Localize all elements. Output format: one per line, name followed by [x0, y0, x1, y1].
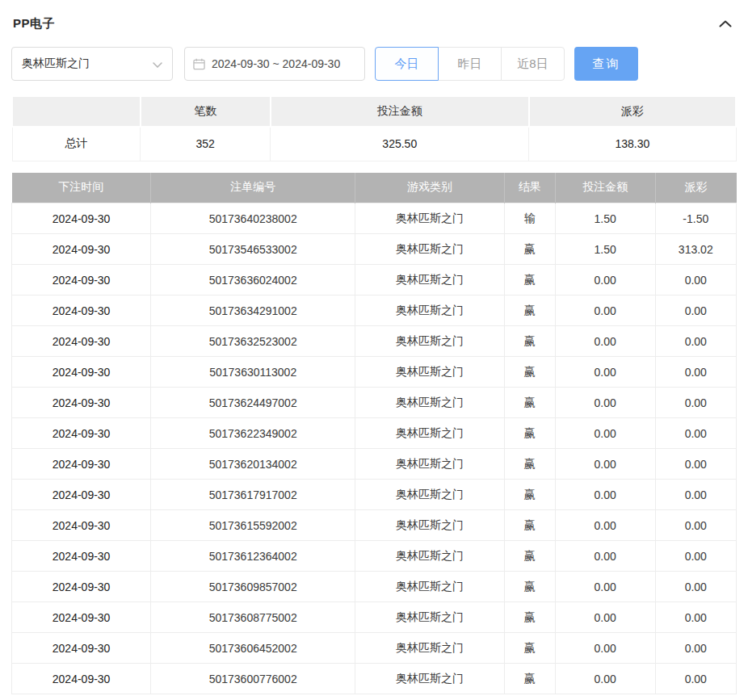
chevron-up-icon — [719, 16, 732, 31]
game-category-cell: 奥林匹斯之门 — [355, 357, 505, 388]
calendar-icon — [193, 58, 205, 70]
search-button[interactable]: 查询 — [574, 47, 638, 81]
summary-total-label: 总计 — [12, 127, 141, 161]
order-id-cell: 50173606452002 — [151, 633, 355, 664]
summary-header-bet-amount: 投注金额 — [271, 96, 529, 127]
result-cell: 赢 — [504, 234, 555, 265]
payout-cell: 0.00 — [655, 633, 736, 664]
table-row: 2024-09-3050173620134002奥林匹斯之门赢0.000.00 — [12, 449, 737, 480]
bet-time-cell: 2024-09-30 — [12, 480, 151, 510]
result-cell: 赢 — [504, 541, 555, 572]
result-cell: 赢 — [504, 664, 555, 694]
table-row: 2024-09-3050173546533002奥林匹斯之门赢1.50313.0… — [12, 234, 737, 265]
table-row: 2024-09-3050173630113002奥林匹斯之门赢0.000.00 — [12, 357, 737, 388]
quick-btn-yesterday[interactable]: 昨日 — [438, 47, 502, 81]
summary-total-row: 总计 352 325.50 138.30 — [12, 127, 736, 161]
date-range-input[interactable]: 2024-09-30 ~ 2024-09-30 — [184, 47, 365, 81]
table-row: 2024-09-3050173609857002奥林匹斯之门赢0.000.00 — [12, 572, 737, 602]
bet-amount-cell: 0.00 — [555, 326, 655, 357]
date-range-value: 2024-09-30 ~ 2024-09-30 — [212, 57, 340, 70]
game-select-value: 奥林匹斯之门 — [22, 57, 90, 71]
quick-range-group: 今日 昨日 近8日 — [375, 47, 565, 81]
summary-header-count: 笔数 — [141, 96, 271, 127]
table-row: 2024-09-3050173622349002奥林匹斯之门赢0.000.00 — [12, 418, 737, 449]
game-category-cell: 奥林匹斯之门 — [355, 388, 505, 418]
summary-total-count: 352 — [141, 127, 271, 161]
game-category-cell: 奥林匹斯之门 — [355, 602, 505, 633]
order-id-cell: 50173636024002 — [151, 265, 355, 296]
table-row: 2024-09-3050173632523002奥林匹斯之门赢0.000.00 — [12, 326, 737, 357]
table-row: 2024-09-3050173624497002奥林匹斯之门赢0.000.00 — [12, 388, 737, 418]
payout-cell: -1.50 — [655, 203, 736, 234]
payout-cell: 0.00 — [655, 541, 736, 572]
bet-time-cell: 2024-09-30 — [12, 203, 151, 234]
table-row: 2024-09-3050173608775002奥林匹斯之门赢0.000.00 — [12, 602, 737, 633]
order-id-cell: 50173612364002 — [151, 541, 355, 572]
order-id-cell: 50173608775002 — [151, 602, 355, 633]
bet-amount-cell: 0.00 — [555, 510, 655, 541]
bet-time-cell: 2024-09-30 — [12, 265, 151, 296]
bet-time-cell: 2024-09-30 — [12, 418, 151, 449]
column-header: 结果 — [504, 173, 555, 203]
bet-time-cell: 2024-09-30 — [12, 572, 151, 602]
summary-total-payout: 138.30 — [529, 127, 736, 161]
column-header: 下注时间 — [12, 173, 151, 203]
payout-cell: 0.00 — [655, 326, 736, 357]
bet-time-cell: 2024-09-30 — [12, 234, 151, 265]
payout-cell: 0.00 — [655, 664, 736, 694]
result-cell: 赢 — [504, 449, 555, 480]
bet-amount-cell: 0.00 — [555, 265, 655, 296]
records-header-row: 下注时间注单编号游戏类别结果投注金额派彩 — [12, 173, 737, 203]
bet-time-cell: 2024-09-30 — [12, 296, 151, 326]
table-row: 2024-09-3050173612364002奥林匹斯之门赢0.000.00 — [12, 541, 737, 572]
collapse-button[interactable] — [716, 13, 735, 34]
bet-amount-cell: 0.00 — [555, 541, 655, 572]
bet-amount-cell: 0.00 — [555, 602, 655, 633]
summary-header-blank — [12, 96, 141, 127]
table-row: 2024-09-3050173640238002奥林匹斯之门输1.50-1.50 — [12, 203, 737, 234]
quick-btn-today[interactable]: 今日 — [375, 47, 439, 81]
bet-time-cell: 2024-09-30 — [12, 602, 151, 633]
payout-cell: 0.00 — [655, 480, 736, 510]
payout-cell: 0.00 — [655, 388, 736, 418]
summary-header-payout: 派彩 — [529, 96, 736, 127]
result-cell: 赢 — [504, 418, 555, 449]
table-row: 2024-09-3050173600776002奥林匹斯之门赢0.000.00 — [12, 664, 737, 694]
bet-amount-cell: 0.00 — [555, 480, 655, 510]
bet-time-cell: 2024-09-30 — [12, 510, 151, 541]
order-id-cell: 50173622349002 — [151, 418, 355, 449]
result-cell: 赢 — [504, 572, 555, 602]
payout-cell: 0.00 — [655, 602, 736, 633]
result-cell: 赢 — [504, 602, 555, 633]
result-cell: 赢 — [504, 510, 555, 541]
records-body: 2024-09-3050173640238002奥林匹斯之门输1.50-1.50… — [12, 203, 737, 694]
bet-amount-cell: 0.00 — [555, 633, 655, 664]
payout-cell: 0.00 — [655, 418, 736, 449]
column-header: 投注金额 — [555, 173, 655, 203]
page-title: PP电子 — [13, 16, 55, 31]
table-row: 2024-09-3050173615592002奥林匹斯之门赢0.000.00 — [12, 510, 737, 541]
table-row: 2024-09-3050173636024002奥林匹斯之门赢0.000.00 — [12, 265, 737, 296]
order-id-cell: 50173615592002 — [151, 510, 355, 541]
summary-table: 笔数 投注金额 派彩 总计 352 325.50 138.30 — [11, 95, 737, 161]
order-id-cell: 50173640238002 — [151, 203, 355, 234]
bet-amount-cell: 0.00 — [555, 388, 655, 418]
order-id-cell: 50173546533002 — [151, 234, 355, 265]
result-cell: 赢 — [504, 388, 555, 418]
table-row: 2024-09-3050173606452002奥林匹斯之门赢0.000.00 — [12, 633, 737, 664]
filter-bar: 奥林匹斯之门 2024-09-30 ~ 2024-09-30 今日 昨日 近8日… — [11, 47, 737, 81]
game-category-cell: 奥林匹斯之门 — [355, 510, 505, 541]
game-category-cell: 奥林匹斯之门 — [355, 480, 505, 510]
payout-cell: 0.00 — [655, 449, 736, 480]
order-id-cell: 50173632523002 — [151, 326, 355, 357]
table-row: 2024-09-3050173634291002奥林匹斯之门赢0.000.00 — [12, 296, 737, 326]
quick-btn-last8days[interactable]: 近8日 — [501, 47, 565, 81]
game-category-cell: 奥林匹斯之门 — [355, 203, 505, 234]
game-select[interactable]: 奥林匹斯之门 — [11, 47, 173, 81]
bet-time-cell: 2024-09-30 — [12, 357, 151, 388]
game-category-cell: 奥林匹斯之门 — [355, 572, 505, 602]
column-header: 派彩 — [655, 173, 736, 203]
game-category-cell: 奥林匹斯之门 — [355, 449, 505, 480]
chevron-down-icon — [153, 57, 162, 70]
order-id-cell: 50173634291002 — [151, 296, 355, 326]
